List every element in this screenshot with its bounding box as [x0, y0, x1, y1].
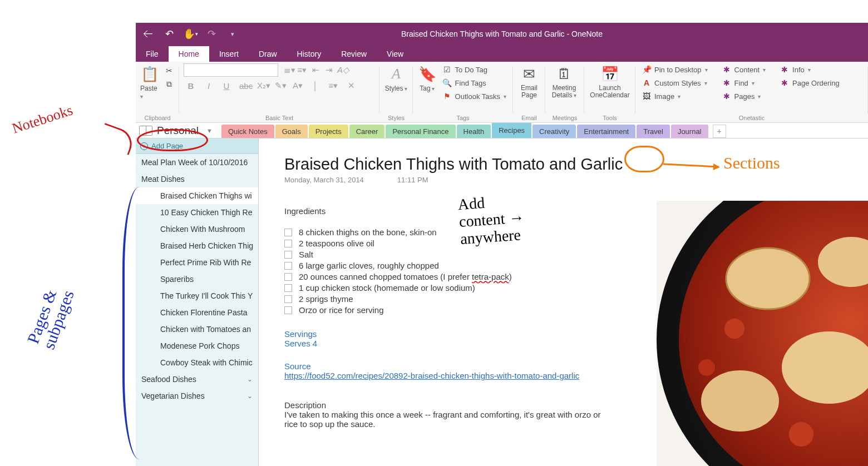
- indent-button[interactable]: ⇥: [324, 65, 334, 75]
- section-tab-entertainment[interactable]: Entertainment: [577, 125, 635, 138]
- cut-button[interactable]: ✂: [162, 65, 176, 77]
- page-list[interactable]: Meal Plan Week of 10/10/2016Meat DishesB…: [136, 154, 258, 466]
- find-button[interactable]: ✱Find: [720, 77, 768, 89]
- page-item[interactable]: Braised Herb Chicken Thig: [136, 237, 258, 254]
- tab-file[interactable]: File: [136, 46, 169, 62]
- align-button[interactable]: ≡▾: [328, 81, 338, 91]
- checkbox[interactable]: [284, 306, 292, 314]
- ingredient-text[interactable]: 2 sprigs thyme: [299, 294, 353, 305]
- add-section-button[interactable]: +: [713, 125, 726, 138]
- launch-onecalendar-button[interactable]: 📅 Launch OneCalendar: [589, 63, 631, 99]
- section-tab-recipes[interactable]: Recipes: [492, 122, 531, 138]
- font-family-select[interactable]: [184, 63, 278, 77]
- source-link[interactable]: https://food52.com/recipes/20892-braised…: [284, 371, 579, 380]
- checkbox[interactable]: [284, 262, 292, 270]
- content-button[interactable]: ✱Content: [720, 63, 768, 76]
- page-item[interactable]: Braised Chicken Thighs wi: [136, 187, 258, 204]
- delete-button[interactable]: ✕: [346, 81, 356, 91]
- undo-button[interactable]: ↶: [161, 26, 177, 42]
- section-tab-goals[interactable]: Goals: [275, 125, 308, 138]
- ingredient-text[interactable]: 1 cup chicken stock (homemade or low sod…: [299, 282, 475, 294]
- page-item[interactable]: Chicken With Mushroom: [136, 221, 258, 237]
- flag-icon: ⚑: [443, 92, 452, 101]
- checkbox[interactable]: [284, 251, 292, 259]
- paste-button[interactable]: 📋 Paste: [140, 63, 159, 100]
- section-tab-travel[interactable]: Travel: [637, 125, 670, 138]
- page-item[interactable]: Chicken Florentine Pasta: [136, 304, 258, 321]
- page-item[interactable]: Perfect Prime Rib With Re: [136, 254, 258, 271]
- section-tab-quick-notes[interactable]: Quick Notes: [221, 125, 274, 138]
- outlook-tasks-button[interactable]: ⚑Outlook Tasks: [441, 90, 509, 102]
- page-item[interactable]: The Turkey I'll Cook This Y: [136, 287, 258, 304]
- tab-history[interactable]: History: [287, 46, 332, 62]
- tab-review[interactable]: Review: [331, 46, 377, 62]
- touch-mode-button[interactable]: ✋ ▾: [183, 26, 198, 42]
- ingredient-text[interactable]: 20 ounces canned chopped tomatoes (I pre…: [299, 271, 512, 282]
- tab-view[interactable]: View: [377, 46, 413, 62]
- copy-button[interactable]: ⧉: [162, 78, 176, 90]
- page-item[interactable]: Vegetarian Dishes⌄: [136, 388, 258, 404]
- tab-home[interactable]: Home: [169, 46, 209, 62]
- font-color-button[interactable]: A▾: [293, 81, 303, 91]
- clear-format-button[interactable]: A◇: [337, 65, 347, 75]
- page-title[interactable]: Braised Chicken Thighs with Tomato and G…: [284, 155, 855, 173]
- section-tab-journal[interactable]: Journal: [671, 125, 708, 138]
- section-tab-health[interactable]: Health: [457, 125, 491, 138]
- highlight-button[interactable]: ✎▾: [275, 81, 285, 91]
- onecalendar-icon: 📅: [600, 65, 619, 83]
- info-button[interactable]: ✱Info: [778, 63, 842, 76]
- find-tags-button[interactable]: 🔍Find Tags: [441, 77, 509, 89]
- checkbox[interactable]: [284, 295, 292, 303]
- subscript-button[interactable]: X₂▾: [257, 81, 267, 91]
- tag-button[interactable]: 🔖 Tag: [417, 63, 437, 92]
- strike-button[interactable]: abc: [239, 81, 249, 91]
- image-button[interactable]: 🖼Image: [640, 90, 710, 102]
- ingredient-text[interactable]: 8 chicken thighs on the bone, skin-on: [299, 227, 437, 238]
- numbering-button[interactable]: ≡▾: [297, 65, 307, 75]
- underline-button[interactable]: U: [221, 81, 231, 91]
- page-item[interactable]: Cowboy Steak with Chimic: [136, 354, 258, 371]
- back-button[interactable]: 🡠: [140, 26, 156, 42]
- checkbox[interactable]: [284, 284, 292, 292]
- section-tab-projects[interactable]: Projects: [309, 125, 348, 138]
- email-page-button[interactable]: ✉ Email Page: [517, 63, 541, 99]
- checkbox[interactable]: [284, 273, 292, 281]
- notebook-selector[interactable]: Personal ▼: [136, 123, 221, 138]
- ingredient-text[interactable]: 2 teaspoons olive oil: [299, 238, 374, 249]
- search-icon: 🔍: [443, 78, 452, 87]
- page-item[interactable]: Spareribs: [136, 271, 258, 287]
- checkbox[interactable]: [284, 229, 292, 236]
- pages-button[interactable]: ✱Pages: [720, 90, 768, 102]
- description-body[interactable]: I've taken to making this once a week --…: [284, 410, 607, 429]
- bullets-button[interactable]: ≣▾: [284, 65, 294, 75]
- page-ordering-button[interactable]: ✱Page Ordering: [778, 77, 842, 89]
- tab-draw[interactable]: Draw: [249, 46, 287, 62]
- ingredient-text[interactable]: Salt: [299, 249, 313, 260]
- todo-tag-button[interactable]: ☑To Do Tag: [441, 63, 509, 76]
- page-item[interactable]: Meat Dishes: [136, 171, 258, 187]
- section-tab-personal-finance[interactable]: Personal Finance: [386, 125, 455, 138]
- section-tab-career[interactable]: Career: [349, 125, 385, 138]
- redo-button[interactable]: ↷: [204, 26, 219, 42]
- styles-button[interactable]: A Styles: [384, 63, 408, 92]
- outdent-button[interactable]: ⇤: [310, 65, 320, 75]
- section-tab-creativity[interactable]: Creativity: [532, 125, 576, 138]
- bold-button[interactable]: B: [186, 81, 196, 91]
- page-item[interactable]: Meal Plan Week of 10/10/2016: [136, 154, 258, 171]
- pin-desktop-button[interactable]: 📌Pin to Desktop: [640, 63, 710, 76]
- add-page-button[interactable]: + Add Page: [136, 138, 258, 154]
- custom-styles-button[interactable]: ACustom Styles: [640, 77, 710, 89]
- checkbox[interactable]: [284, 240, 292, 247]
- italic-button[interactable]: I: [204, 81, 214, 91]
- qat-customize[interactable]: ▾: [225, 26, 240, 42]
- page-item[interactable]: Chicken with Tomatoes an: [136, 321, 258, 338]
- ingredient-text[interactable]: 6 large garlic cloves, roughly chopped: [299, 260, 439, 271]
- ingredient-text[interactable]: Orzo or rice for serving: [299, 305, 384, 316]
- note-canvas[interactable]: Braised Chicken Thighs with Tomato and G…: [259, 138, 868, 466]
- page-item[interactable]: 10 Easy Chicken Thigh Re: [136, 204, 258, 221]
- pin-icon: 📌: [642, 65, 651, 74]
- tab-insert[interactable]: Insert: [209, 46, 249, 62]
- page-item[interactable]: Seafood Dishes⌄: [136, 371, 258, 388]
- meeting-details-button[interactable]: 🗓 Meeting Details: [550, 63, 579, 99]
- page-item[interactable]: Modenese Pork Chops: [136, 338, 258, 354]
